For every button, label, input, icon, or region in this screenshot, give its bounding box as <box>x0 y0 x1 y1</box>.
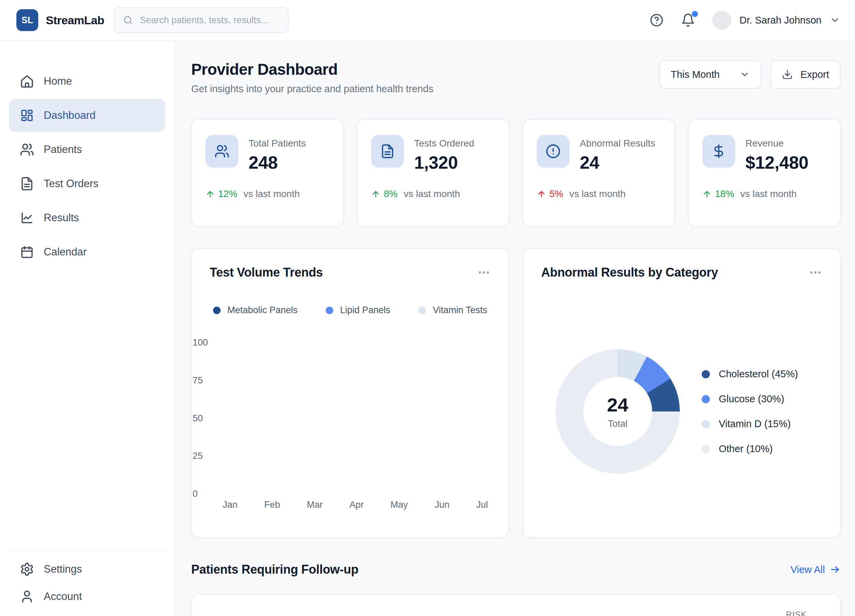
sidebar-item-calendar[interactable]: Calendar <box>9 236 165 268</box>
notification-dot <box>692 11 698 17</box>
sidebar-item-label: Settings <box>44 563 82 575</box>
y-tick: 25 <box>193 451 208 461</box>
help-button[interactable] <box>650 13 664 27</box>
main-content: Provider Dashboard Get insights into you… <box>175 41 855 616</box>
page-subtitle: Get insights into your practice and pati… <box>191 83 433 95</box>
page-controls: This Month Export <box>659 60 841 89</box>
period-select[interactable]: This Month <box>659 60 762 89</box>
calendar-icon <box>20 245 34 259</box>
view-all-link[interactable]: View All <box>791 564 841 575</box>
alert-circle-icon <box>537 135 570 168</box>
file-text-icon <box>20 176 34 191</box>
legend-label: Metabolic Panels <box>227 305 298 316</box>
line-chart-legend: Metabolic Panels Lipid Panels Vitamin Te… <box>210 305 491 316</box>
page-header: Provider Dashboard Get insights into you… <box>191 60 841 95</box>
legend-label: Vitamin Tests <box>433 305 487 316</box>
stat-label: Total Patients <box>248 135 306 150</box>
users-icon <box>205 135 238 168</box>
donut-legend: Cholesterol (45%) Glucose (30%) Vitamin … <box>702 368 798 455</box>
file-text-icon <box>371 135 404 168</box>
stat-card-tests-ordered: Tests Ordered 1,320 8% vs last month <box>357 119 509 227</box>
y-tick: 75 <box>193 375 208 386</box>
export-button[interactable]: Export <box>770 60 841 89</box>
followup-table: PATIENT TEST TYPE ABNORMAL VALUE DATE RI… <box>191 594 841 616</box>
sidebar-item-home[interactable]: Home <box>9 65 165 98</box>
stat-label: Tests Ordered <box>414 135 474 150</box>
user-icon <box>20 589 34 604</box>
sidebar-item-label: Home <box>44 75 72 87</box>
stat-delta-note: vs last month <box>740 188 797 199</box>
export-button-label: Export <box>800 69 829 80</box>
legend-dot <box>702 445 710 453</box>
chevron-down-icon <box>830 15 840 25</box>
page-title: Provider Dashboard <box>191 60 433 78</box>
help-circle-icon <box>650 13 664 27</box>
search-icon <box>123 15 133 26</box>
followup-section: Patients Requiring Follow-up View All PA… <box>191 562 841 616</box>
abnormal-results-by-category-card: Abnormal Results by Category 24 Total <box>523 248 841 538</box>
arrow-up-icon <box>702 190 712 199</box>
y-axis-labels: 100 75 50 25 0 <box>193 337 208 499</box>
sidebar-item-patients[interactable]: Patients <box>9 133 165 166</box>
arrow-up-icon <box>537 190 546 199</box>
home-icon <box>20 74 34 89</box>
arrow-up-icon <box>205 190 215 199</box>
legend-dot <box>213 306 221 314</box>
sidebar-item-results[interactable]: Results <box>9 201 165 234</box>
stat-delta: 5% <box>549 188 563 199</box>
top-bar: SL StreamLab Dr. Sarah Johnson <box>0 0 855 41</box>
stat-card-revenue: Revenue $12,480 18% vs last month <box>688 119 841 227</box>
sidebar-item-dashboard[interactable]: Dashboard <box>9 99 165 132</box>
legend-item-vitamin-d: Vitamin D (15%) <box>702 418 798 429</box>
global-search[interactable] <box>114 7 288 33</box>
column-header-risk-level: RISK LEVEL <box>786 609 829 616</box>
chart-title: Test Volume Trends <box>210 265 323 280</box>
sidebar-item-label: Calendar <box>44 246 87 258</box>
users-icon <box>20 143 34 157</box>
legend-label: Cholesterol (45%) <box>719 368 798 380</box>
sidebar-nav: Home Dashboard Patients Test Orders Resu… <box>9 65 165 550</box>
legend-label: Vitamin D (15%) <box>719 418 791 429</box>
brand-name: StreamLab <box>46 14 104 27</box>
x-axis-labels: Jan Feb Mar Apr May Jun Jul <box>223 500 488 510</box>
x-tick: Apr <box>349 500 364 510</box>
stat-cards: Total Patients 248 12% vs last month Tes… <box>191 119 841 227</box>
donut-chart-area: 24 Total Cholesterol (45%) Glucose (30%) <box>541 349 822 473</box>
legend-dot <box>702 420 710 428</box>
stat-value: 248 <box>248 152 306 173</box>
legend-label: Glucose (30%) <box>719 393 785 405</box>
sidebar-item-account[interactable]: Account <box>9 583 165 610</box>
y-tick: 0 <box>193 489 208 499</box>
x-tick: Mar <box>307 500 323 510</box>
user-name: Dr. Sarah Johnson <box>740 15 821 26</box>
donut-total-label: Total <box>608 418 627 429</box>
legend-item-cholesterol: Cholesterol (45%) <box>702 368 798 380</box>
legend-item-lipid-panels: Lipid Panels <box>326 305 390 316</box>
chevron-down-icon <box>740 69 750 80</box>
legend-dot <box>326 306 333 314</box>
dollar-sign-icon <box>702 135 735 168</box>
sidebar-footer: Settings Account <box>9 550 165 610</box>
column-header-abnormal-value: ABNORMAL VALUE <box>547 614 697 616</box>
stat-delta-note: vs last month <box>404 188 460 199</box>
x-tick: May <box>390 500 408 510</box>
card-menu-button[interactable] <box>809 266 822 279</box>
sidebar: Home Dashboard Patients Test Orders Resu… <box>0 41 175 616</box>
search-input[interactable] <box>139 15 280 26</box>
app-logo-initials: SL <box>21 15 34 26</box>
legend-item-glucose: Glucose (30%) <box>702 393 798 405</box>
download-icon <box>782 69 793 80</box>
card-menu-button[interactable] <box>477 266 491 279</box>
donut-chart: 24 Total <box>556 349 680 473</box>
legend-item-other: Other (10%) <box>702 443 798 455</box>
column-header-test-type: TEST TYPE <box>381 614 546 616</box>
sidebar-item-label: Dashboard <box>44 109 96 121</box>
line-chart-plot-area: 100 75 50 25 0 Jan Feb Mar Apr May Jun J… <box>210 337 491 508</box>
sidebar-item-settings[interactable]: Settings <box>9 556 165 582</box>
notifications-button[interactable] <box>681 13 695 27</box>
legend-dot <box>702 395 710 403</box>
sidebar-item-label: Test Orders <box>44 178 98 190</box>
user-menu[interactable]: Dr. Sarah Johnson <box>712 11 840 30</box>
sidebar-item-test-orders[interactable]: Test Orders <box>9 167 165 200</box>
followup-title: Patients Requiring Follow-up <box>191 562 359 577</box>
